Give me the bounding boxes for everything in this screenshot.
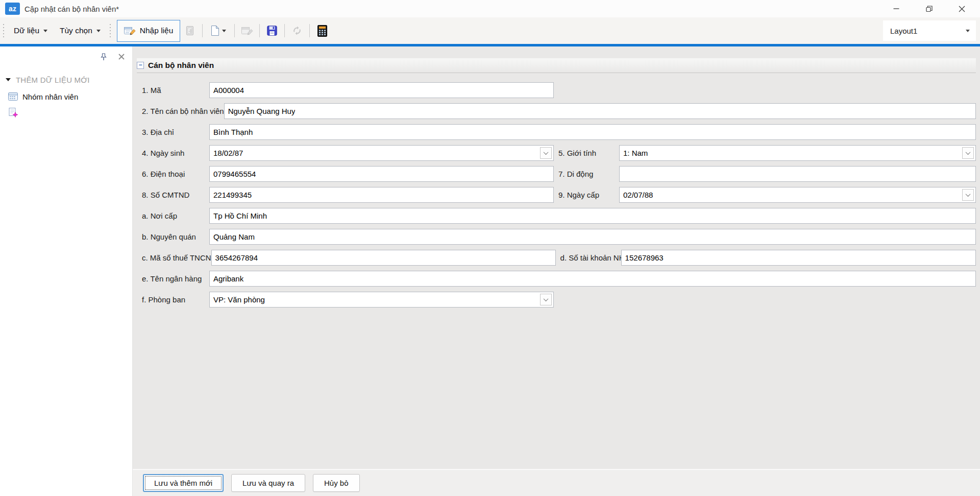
save-and-return-button[interactable]: Lưu và quay ra [231, 474, 305, 492]
new-document-button[interactable] [207, 22, 230, 39]
form-pencil-icon [124, 26, 136, 36]
field-ten-ngan-hang-label: e. Tên ngân hàng [142, 274, 209, 283]
field-dia-chi-input[interactable]: Bình Thạnh [209, 124, 976, 140]
field-ma-so-thue-input[interactable]: 3654267894 [211, 250, 556, 266]
field-value: 0799465554 [210, 170, 256, 178]
toolbar-grip[interactable] [3, 23, 5, 38]
field-gioi-tinh-dropdown[interactable]: 1: Nam [619, 145, 976, 161]
form-row: 8. Số CMTND 221499345 9. Ngày cấp 02/07/… [133, 184, 980, 205]
chevron-down-icon[interactable] [540, 147, 552, 159]
form-row: f. Phòng ban VP: Văn phòng [133, 289, 980, 310]
new-document-icon [211, 26, 219, 36]
form-row: 6. Điện thoại 0799465554 7. Di động [133, 163, 980, 184]
field-ma-input[interactable]: A000004 [209, 82, 554, 98]
field-value: Tp Hồ Chí Minh [210, 211, 267, 220]
window-title: Cập nhật cán bộ nhân viên* [24, 5, 119, 13]
field-dien-thoai-label: 6. Điện thoại [142, 170, 209, 178]
paste-form-button-disabled [182, 22, 198, 39]
close-button[interactable] [945, 0, 978, 17]
sidebar-item-new-form[interactable] [0, 107, 132, 119]
new-form-star-icon [9, 108, 18, 118]
save-icon [267, 26, 277, 36]
menu-du-lieu-label: Dữ liệu [14, 26, 39, 35]
field-dia-chi-label: 3. Địa chỉ [142, 128, 209, 136]
pin-icon [100, 53, 107, 61]
group-header: − Cán bộ nhân viên [137, 58, 976, 73]
form-row: 4. Ngày sinh 18/02/87 5. Giới tính 1: Na… [133, 143, 980, 163]
form-area: − Cán bộ nhân viên 1. Mã A000004 2. Tên … [133, 46, 980, 469]
close-icon [118, 54, 125, 60]
form-row: e. Tên ngân hàng Agribank [133, 268, 980, 289]
form-row: 1. Mã A000004 [133, 80, 980, 101]
toolbar-separator [309, 24, 310, 37]
titlebar: az Cập nhật cán bộ nhân viên* [0, 0, 980, 17]
field-value: VP: Văn phòng [210, 295, 265, 304]
layout-selector-value: Layout1 [890, 27, 917, 35]
save-button[interactable] [264, 22, 280, 39]
chevron-down-icon [222, 30, 226, 32]
calculator-icon [317, 25, 327, 37]
window-controls [880, 0, 978, 17]
layout-selector[interactable]: Layout1 [883, 20, 976, 41]
field-ten-can-bo-label: 2. Tên cán bộ nhân viên [142, 107, 224, 115]
field-di-dong-input[interactable] [619, 166, 976, 182]
chevron-down-icon[interactable] [962, 147, 974, 159]
field-ma-so-thue-label: c. Mã số thuế TNCN [142, 253, 211, 262]
menu-tuy-chon[interactable]: Tùy chọn [54, 20, 107, 41]
footer-button-bar: Lưu và thêm mới Lưu và quay ra Hủy bỏ [133, 469, 980, 496]
field-value: 18/02/87 [210, 149, 243, 157]
field-di-dong-label: 7. Di động [554, 170, 619, 178]
field-ngay-cap-label: 9. Ngày cấp [554, 191, 619, 199]
cancel-button[interactable]: Hủy bỏ [313, 474, 360, 492]
toolbar-separator [234, 24, 235, 37]
toolbar-separator [202, 24, 203, 37]
field-nguyen-quan-input[interactable]: Quảng Nam [209, 229, 976, 245]
expander-icon [6, 78, 11, 81]
chevron-down-icon [43, 30, 47, 32]
chevron-down-icon [96, 30, 101, 32]
menu-du-lieu[interactable]: Dữ liệu [8, 20, 54, 41]
field-ngay-cap-dropdown[interactable]: 02/07/88 [619, 187, 976, 203]
field-nguyen-quan-label: b. Nguyên quán [142, 232, 209, 241]
field-so-tai-khoan-input[interactable]: 152678963 [621, 250, 976, 266]
field-value: Quảng Nam [210, 232, 255, 241]
restore-icon [926, 6, 933, 12]
menu-tuy-chon-label: Tùy chọn [60, 26, 92, 35]
field-ten-ngan-hang-input[interactable]: Agribank [209, 271, 976, 287]
refresh-button-disabled [289, 22, 305, 39]
field-value: Bình Thạnh [210, 128, 253, 136]
save-and-add-button[interactable]: Lưu và thêm mới [143, 474, 224, 492]
field-so-cmtnd-input[interactable]: 221499345 [209, 187, 554, 203]
field-value: Agribank [210, 274, 243, 283]
input-data-button[interactable]: Nhập liệu [117, 20, 181, 42]
form-row: 2. Tên cán bộ nhân viên Nguyễn Quang Huy [133, 101, 980, 122]
edit-form-button-disabled [239, 22, 255, 39]
collapse-icon[interactable]: − [137, 62, 144, 69]
toolbar: Dữ liệu Tùy chọn Nhập liệu [0, 17, 980, 44]
field-dien-thoai-input[interactable]: 0799465554 [209, 166, 554, 182]
sidebar-item-label: Nhóm nhân viên [22, 92, 78, 101]
toolbar-separator [284, 24, 285, 37]
field-ngay-sinh-dropdown[interactable]: 18/02/87 [209, 145, 554, 161]
field-value: 152678963 [622, 253, 664, 262]
paste-form-icon [185, 26, 195, 36]
minimize-button[interactable] [880, 0, 913, 17]
sidebar-panel: THÊM DỮ LIỆU MỚI Nhóm nhân viên [0, 46, 133, 496]
panel-controls [97, 50, 128, 63]
chevron-down-icon[interactable] [540, 294, 552, 305]
refresh-icon [292, 26, 302, 36]
close-panel-button[interactable] [115, 50, 128, 63]
field-value: A000004 [210, 86, 244, 95]
field-value: Nguyễn Quang Huy [225, 107, 296, 115]
field-phong-ban-dropdown[interactable]: VP: Văn phòng [209, 292, 554, 308]
field-ten-can-bo-input[interactable]: Nguyễn Quang Huy [224, 103, 976, 119]
restore-button[interactable] [913, 0, 945, 17]
calculator-button[interactable] [314, 22, 330, 39]
field-noi-cap-input[interactable]: Tp Hồ Chí Minh [209, 208, 976, 224]
field-value: 3654267894 [212, 253, 258, 262]
toolbar-grip[interactable] [109, 23, 111, 38]
chevron-down-icon[interactable] [962, 189, 974, 201]
sidebar-item-nhom-nhan-vien[interactable]: Nhóm nhân viên [0, 89, 132, 104]
pin-panel-button[interactable] [97, 50, 110, 63]
tree-section-add-new-data[interactable]: THÊM DỮ LIỆU MỚI [0, 73, 132, 86]
